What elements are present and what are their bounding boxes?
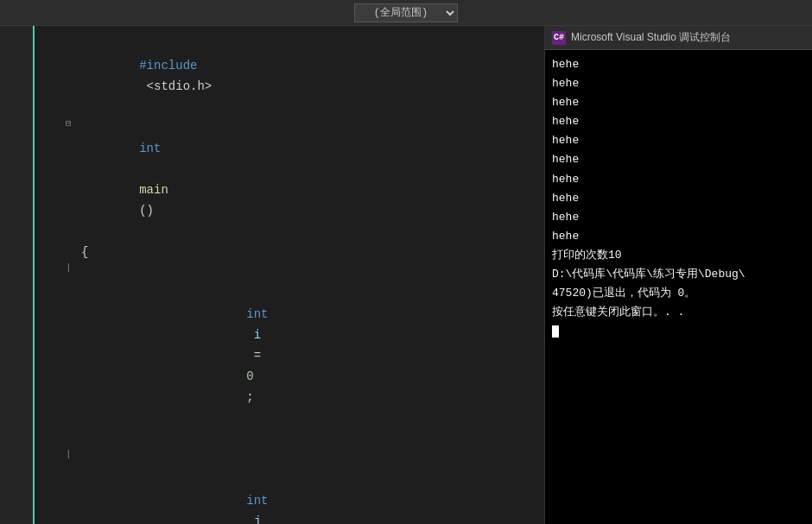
int-keyword-j: int <box>246 494 268 508</box>
debug-cursor-line <box>552 322 805 341</box>
var-j: j <box>246 515 261 524</box>
debug-count: 打印的次数10 <box>552 246 805 265</box>
debug-hehe-7: hehe <box>552 170 805 189</box>
fold-main[interactable]: ⊟ <box>66 117 78 129</box>
debug-close-msg: 按任意键关闭此窗口。. . <box>552 303 805 322</box>
left-gutter <box>0 26 35 524</box>
cursor <box>552 325 559 338</box>
debug-title: Microsoft Visual Studio 调试控制台 <box>571 30 731 45</box>
main-name <box>139 162 146 176</box>
debug-exit: 47520)已退出，代码为 0。 <box>552 284 805 303</box>
debug-hehe-10: hehe <box>552 227 805 246</box>
int-keyword-i: int <box>246 307 268 321</box>
scope-dropdown[interactable]: (全局范围) <box>354 3 458 22</box>
debug-hehe-9: hehe <box>552 208 805 227</box>
include-keyword: #include <box>139 59 197 73</box>
main-layout: #include <stdio.h> ⊟ int main () { | <box>0 26 812 524</box>
debug-hehe-1: hehe <box>552 55 805 74</box>
debug-hehe-5: hehe <box>552 131 805 150</box>
debug-hehe-8: hehe <box>552 189 805 208</box>
debug-console-header: C# Microsoft Visual Studio 调试控制台 <box>545 26 812 50</box>
top-bar: (全局范围) <box>0 0 812 26</box>
include-header: <stdio.h> <box>139 79 212 93</box>
main-fn: main <box>139 183 168 197</box>
vs-icon: C# <box>552 31 566 45</box>
debug-hehe-3: hehe <box>552 93 805 112</box>
debug-hehe-2: hehe <box>552 74 805 93</box>
debug-hehe-6: hehe <box>552 150 805 169</box>
debug-console: C# Microsoft Visual Studio 调试控制台 hehe he… <box>544 26 812 524</box>
debug-hehe-4: hehe <box>552 112 805 131</box>
debug-path: D:\代码库\代码库\练习专用\Debug\ <box>552 265 805 284</box>
int-keyword: int <box>139 142 161 155</box>
var-i: i <box>246 328 261 342</box>
debug-output: hehe hehe hehe hehe hehe hehe hehe hehe … <box>545 50 812 524</box>
code-area: #include <stdio.h> ⊟ int main () { | <box>35 26 812 524</box>
